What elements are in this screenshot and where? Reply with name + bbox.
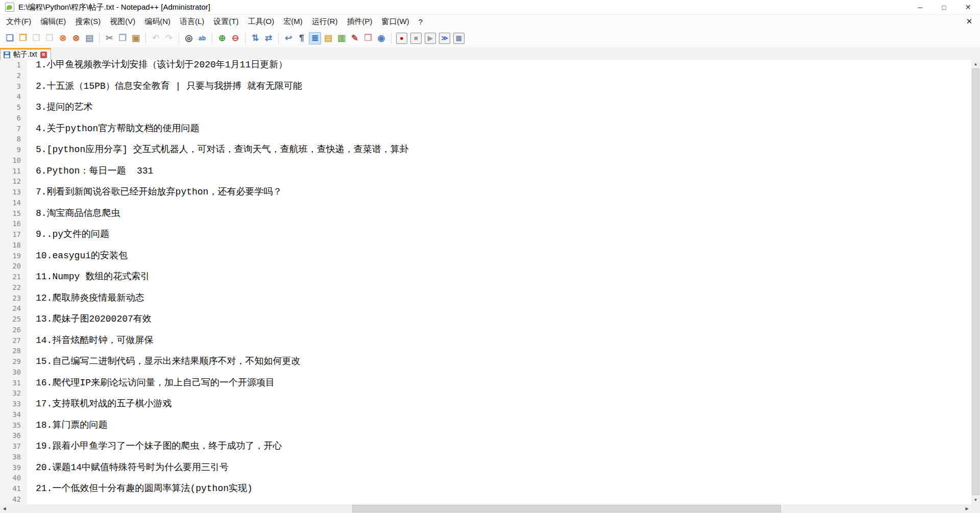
menu-item-help[interactable]: ?: [414, 15, 427, 28]
close-document-icon[interactable]: ✕: [964, 17, 975, 26]
editor-line-13[interactable]: 137.刚看到新闻说谷歌已经开始放弃python，还有必要学吗？: [0, 187, 971, 198]
document-map-icon[interactable]: ▥: [335, 32, 348, 44]
line-text[interactable]: 7.刚看到新闻说谷歌已经开始放弃python，还有必要学吗？: [27, 187, 282, 198]
line-text[interactable]: 9..py文件的问题: [27, 229, 109, 240]
vertical-scrollbar[interactable]: ▲ ▼: [971, 60, 980, 504]
line-text[interactable]: 4.关于python官方帮助文档的使用问题: [27, 124, 199, 134]
line-text[interactable]: [27, 409, 36, 420]
line-text[interactable]: 6.Python：每日一题 331: [27, 166, 153, 177]
editor-line-3[interactable]: 32.十五派（15PB）信息安全教育 | 只要与我拼搏 就有无限可能: [0, 81, 971, 92]
editor-line-22[interactable]: 22: [0, 282, 971, 293]
editor-line-41[interactable]: 4121.一个低效但十分有趣的圆周率算法(python实现): [0, 483, 971, 494]
line-text[interactable]: 14.抖音炫酷时钟，可做屏保: [27, 335, 153, 346]
line-text[interactable]: [27, 346, 36, 356]
find-icon[interactable]: ◎: [183, 32, 195, 44]
line-text[interactable]: [27, 325, 36, 335]
zoom-in-icon[interactable]: ⊕: [216, 32, 228, 44]
menu-item-search[interactable]: 搜索(S): [70, 15, 105, 29]
line-text[interactable]: [27, 134, 36, 144]
word-wrap-icon[interactable]: ↩: [282, 32, 295, 44]
menu-item-language[interactable]: 语言(L): [175, 15, 209, 29]
editor-line-12[interactable]: 12: [0, 176, 971, 187]
line-text[interactable]: [27, 452, 36, 462]
editor-line-4[interactable]: 4: [0, 91, 971, 102]
copy-icon[interactable]: ❐: [116, 32, 129, 44]
menu-item-macro[interactable]: 宏(M): [279, 15, 307, 29]
editor-line-30[interactable]: 30: [0, 367, 971, 378]
editor-line-2[interactable]: 2: [0, 70, 971, 81]
zoom-out-icon[interactable]: ⊖: [229, 32, 241, 44]
monitoring-eye-icon[interactable]: ◉: [375, 32, 387, 44]
horizontal-scrollbar-thumb[interactable]: [352, 505, 781, 512]
editor-line-14[interactable]: 14: [0, 198, 971, 208]
editor-line-42[interactable]: 42: [0, 494, 971, 504]
line-text[interactable]: [27, 430, 36, 441]
editor-line-24[interactable]: 24: [0, 303, 971, 314]
menu-item-edit[interactable]: 编辑(E): [36, 15, 70, 29]
editor-line-25[interactable]: 2513.爬妹子图20200207有效: [0, 314, 971, 325]
editor-line-8[interactable]: 8: [0, 134, 971, 144]
line-text[interactable]: [27, 176, 36, 187]
editor-line-5[interactable]: 53.提问的艺术: [0, 102, 971, 113]
line-text[interactable]: 3.提问的艺术: [27, 102, 93, 113]
editor-line-33[interactable]: 3317.支持联机对战的五子棋小游戏: [0, 399, 971, 409]
horizontal-scrollbar[interactable]: ◀ ▶: [0, 504, 971, 513]
close-file-icon[interactable]: ⊗: [57, 32, 69, 44]
editor-line-10[interactable]: 10: [0, 155, 971, 166]
editor-line-40[interactable]: 40: [0, 473, 971, 483]
cut-icon[interactable]: ✂: [103, 32, 115, 44]
maximize-restore-button[interactable]: □: [932, 0, 956, 15]
editor-line-34[interactable]: 34: [0, 409, 971, 420]
replace-icon[interactable]: ab: [196, 32, 208, 44]
playback-macro-icon[interactable]: ▶: [425, 33, 436, 44]
menu-item-settings[interactable]: 设置(T): [209, 15, 243, 29]
line-text[interactable]: [27, 91, 36, 102]
editor-line-31[interactable]: 3116.爬代理IP来刷论坛访问量，加上自己写的一个开源项目: [0, 378, 971, 388]
editor-line-7[interactable]: 74.关于python官方帮助文档的使用问题: [0, 124, 971, 134]
editor-line-11[interactable]: 116.Python：每日一题 331: [0, 166, 971, 177]
line-text[interactable]: 19.跟着小甲鱼学习了一个妹子图的爬虫，终于成功了，开心: [27, 441, 282, 452]
scroll-left-arrow-icon[interactable]: ◀: [0, 504, 9, 513]
line-text[interactable]: [27, 473, 36, 483]
vertical-scrollbar-thumb[interactable]: [972, 68, 979, 495]
line-text[interactable]: [27, 198, 36, 208]
line-text[interactable]: 12.爬取肺炎疫情最新动态: [27, 293, 144, 304]
line-text[interactable]: [27, 494, 36, 504]
editor-line-17[interactable]: 179..py文件的问题: [0, 229, 971, 240]
editor-line-19[interactable]: 1910.easygui的安装包: [0, 251, 971, 261]
editor-line-20[interactable]: 20: [0, 261, 971, 272]
run-macro-multiple-times-icon[interactable]: ≫: [439, 33, 450, 44]
editor-line-15[interactable]: 158.淘宝商品信息爬虫: [0, 208, 971, 219]
sync-horizontal-scroll-icon[interactable]: ⇄: [262, 32, 275, 44]
editor-line-37[interactable]: 3719.跟着小甲鱼学习了一个妹子图的爬虫，终于成功了，开心: [0, 441, 971, 452]
editor-line-26[interactable]: 26: [0, 325, 971, 335]
editor-line-23[interactable]: 2312.爬取肺炎疫情最新动态: [0, 293, 971, 304]
text-editor-area[interactable]: 11.小甲鱼视频教学计划安排（该计划于2020年1月11日更新）232.十五派（…: [0, 60, 971, 504]
line-text[interactable]: 2.十五派（15PB）信息安全教育 | 只要与我拼搏 就有无限可能: [27, 81, 302, 92]
sync-vertical-scroll-icon[interactable]: ⇅: [249, 32, 261, 44]
editor-line-6[interactable]: 6: [0, 113, 971, 124]
editor-line-39[interactable]: 3920.课题14中赋值特殊符号时为什么要用三引号: [0, 462, 971, 473]
line-text[interactable]: 5.[python应用分享] 交互式机器人，可对话，查询天气，查航班，查快递，查…: [27, 144, 409, 155]
line-text[interactable]: 18.算门票的问题: [27, 420, 107, 431]
menu-item-window[interactable]: 窗口(W): [377, 15, 413, 29]
line-text[interactable]: [27, 303, 36, 314]
line-text[interactable]: [27, 388, 36, 399]
new-file-icon[interactable]: ❏: [4, 32, 16, 44]
menu-item-file[interactable]: 文件(F): [2, 15, 36, 29]
line-text[interactable]: [27, 282, 36, 293]
editor-line-28[interactable]: 28: [0, 346, 971, 356]
editor-line-38[interactable]: 38: [0, 452, 971, 462]
editor-line-18[interactable]: 18: [0, 240, 971, 251]
show-indent-guide-icon[interactable]: ≣: [309, 32, 321, 44]
menu-item-view[interactable]: 视图(V): [105, 15, 140, 29]
line-text[interactable]: [27, 240, 36, 251]
line-text[interactable]: [27, 113, 36, 124]
editor-line-32[interactable]: 32: [0, 388, 971, 399]
editor-line-21[interactable]: 2111.Numpy 数组的花式索引: [0, 272, 971, 282]
line-text[interactable]: 15.自己编写二进制代码，显示出来结果顺序不对，不知如何更改: [27, 356, 300, 367]
line-text[interactable]: [27, 261, 36, 272]
line-text[interactable]: 13.爬妹子图20200207有效: [27, 314, 152, 325]
line-text[interactable]: 8.淘宝商品信息爬虫: [27, 208, 120, 219]
save-recorded-macro-icon[interactable]: ▦: [453, 33, 464, 44]
